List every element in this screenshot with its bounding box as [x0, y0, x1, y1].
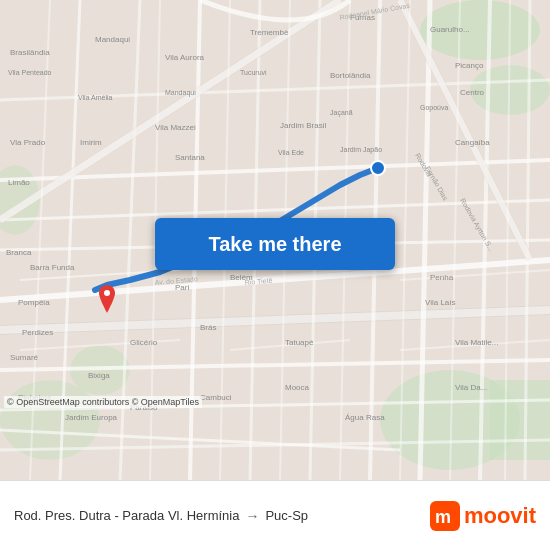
map-area: Brasilândia Vila Penteado Mandaqui Vila …: [0, 0, 550, 480]
svg-text:Brás: Brás: [200, 323, 216, 332]
svg-text:Brasilândia: Brasilândia: [10, 48, 50, 57]
svg-rect-7: [490, 380, 550, 460]
destination-marker: [370, 160, 386, 176]
svg-text:Glicério: Glicério: [130, 338, 158, 347]
moovit-icon: m: [430, 501, 460, 531]
osm-credit: © OpenStreetMap contributors © OpenMapTi…: [4, 396, 202, 408]
svg-text:Picanço: Picanço: [455, 61, 484, 70]
svg-text:Vla Prado: Vla Prado: [10, 138, 46, 147]
svg-text:Cambuci: Cambuci: [200, 393, 232, 402]
svg-text:Jardim Japão: Jardim Japão: [340, 146, 382, 154]
svg-text:Barra Funda: Barra Funda: [30, 263, 75, 272]
svg-text:Mandaqui: Mandaqui: [165, 89, 196, 97]
svg-text:Sumaré: Sumaré: [10, 353, 39, 362]
svg-text:Gopoúva: Gopoúva: [420, 104, 449, 112]
svg-text:Vila Matile...: Vila Matile...: [455, 338, 498, 347]
svg-text:Pari: Pari: [175, 283, 189, 292]
svg-text:Água Rasa: Água Rasa: [345, 413, 385, 422]
svg-text:Jardim Brasil: Jardim Brasil: [280, 121, 326, 130]
svg-text:Jaçanã: Jaçanã: [330, 109, 353, 117]
svg-text:Vila Ede: Vila Ede: [278, 149, 304, 156]
svg-text:Pompéia: Pompéia: [18, 298, 50, 307]
route-info: Rod. Pres. Dutra - Parada Vl. Hermínia →…: [14, 508, 430, 524]
svg-text:Vila Amélia: Vila Amélia: [78, 94, 113, 101]
svg-text:Vila Laís: Vila Laís: [425, 298, 456, 307]
app-container: Brasilândia Vila Penteado Mandaqui Vila …: [0, 0, 550, 550]
svg-text:Guarulho...: Guarulho...: [430, 25, 470, 34]
svg-text:Vila Penteado: Vila Penteado: [8, 69, 52, 76]
svg-text:Centro: Centro: [460, 88, 485, 97]
svg-text:Tremembé: Tremembé: [250, 28, 289, 37]
svg-text:m: m: [435, 507, 451, 527]
svg-text:Santana: Santana: [175, 153, 205, 162]
svg-text:Cangaíba: Cangaíba: [455, 138, 490, 147]
moovit-brand-name: moovit: [464, 503, 536, 529]
arrow-icon: →: [245, 508, 259, 524]
take-me-there-button[interactable]: Take me there: [155, 218, 395, 270]
svg-text:Vila Aurora: Vila Aurora: [165, 53, 205, 62]
svg-text:Perdizes: Perdizes: [22, 328, 53, 337]
moovit-logo: m moovit: [430, 501, 536, 531]
bottom-bar: Rod. Pres. Dutra - Parada Vl. Hermínia →…: [0, 480, 550, 550]
svg-text:Branca: Branca: [6, 248, 32, 257]
svg-text:Bortolândia: Bortolândia: [330, 71, 371, 80]
svg-point-97: [104, 290, 110, 296]
svg-text:Mooca: Mooca: [285, 383, 310, 392]
svg-text:Tucuruvi: Tucuruvi: [240, 69, 267, 76]
svg-text:Bixiga: Bixiga: [88, 371, 110, 380]
svg-text:Imirim: Imirim: [80, 138, 102, 147]
svg-text:Limão: Limão: [8, 178, 30, 187]
svg-text:Mandaqui: Mandaqui: [95, 35, 130, 44]
svg-text:Jardim Europa: Jardim Europa: [65, 413, 118, 422]
route-to: Puc-Sp: [265, 508, 308, 523]
svg-text:Vila Mazzei: Vila Mazzei: [155, 123, 196, 132]
origin-pin: [95, 285, 119, 313]
svg-text:Penha: Penha: [430, 273, 454, 282]
route-from: Rod. Pres. Dutra - Parada Vl. Hermínia: [14, 508, 239, 523]
svg-text:Tatuapé: Tatuapé: [285, 338, 314, 347]
svg-text:Vila Da...: Vila Da...: [455, 383, 487, 392]
